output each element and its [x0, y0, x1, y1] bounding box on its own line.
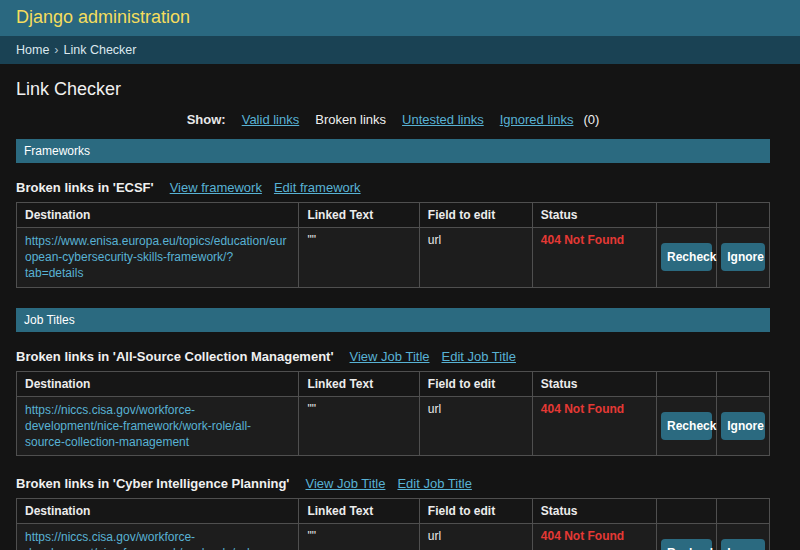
- site-title: Django administration: [16, 7, 784, 28]
- col-header-field-to-edit: Field to edit: [419, 499, 532, 524]
- col-header-destination: Destination: [17, 499, 299, 524]
- recheck-cell: Recheck: [657, 524, 717, 550]
- recheck-button[interactable]: Recheck: [661, 412, 712, 440]
- field-to-edit-cell: url: [419, 396, 532, 456]
- col-header-field-to-edit: Field to edit: [419, 203, 532, 228]
- col-header-action-1: [657, 371, 717, 396]
- status-cell: 404 Not Found: [532, 524, 656, 550]
- field-to-edit-cell: url: [419, 228, 532, 288]
- col-header-linked-text: Linked Text: [299, 499, 419, 524]
- status-badge: 404 Not Found: [541, 402, 624, 416]
- site-header: Django administration: [0, 0, 800, 36]
- ignored-links-count: (0): [583, 112, 599, 127]
- col-header-action-2: [717, 203, 770, 228]
- section-caption-frameworks: Frameworks: [16, 139, 770, 163]
- page-title: Link Checker: [16, 79, 770, 100]
- edit-job-title-link[interactable]: Edit Job Title: [442, 349, 516, 364]
- breadcrumb-current: Link Checker: [64, 43, 137, 57]
- view-job-title-link[interactable]: View Job Title: [350, 349, 430, 364]
- col-header-action-2: [717, 499, 770, 524]
- col-header-status: Status: [532, 499, 656, 524]
- status-cell: 404 Not Found: [532, 228, 656, 288]
- table-row: https://niccs.cisa.gov/workforce-develop…: [17, 396, 770, 456]
- table-header-row: Destination Linked Text Field to edit St…: [17, 499, 770, 524]
- ignore-button[interactable]: Ignore: [721, 243, 765, 271]
- linked-text-cell: "": [299, 228, 419, 288]
- links-table-all-source: Destination Linked Text Field to edit St…: [16, 371, 770, 457]
- destination-cell: https://www.enisa.europa.eu/topics/educa…: [17, 228, 299, 288]
- col-header-destination: Destination: [17, 371, 299, 396]
- linked-text-cell: "": [299, 396, 419, 456]
- destination-link[interactable]: https://niccs.cisa.gov/workforce-develop…: [25, 403, 251, 449]
- section-caption-job-titles: Job Titles: [16, 308, 770, 332]
- breadcrumb: Home›Link Checker: [0, 36, 800, 64]
- col-header-action-2: [717, 371, 770, 396]
- status-cell: 404 Not Found: [532, 396, 656, 456]
- show-label: Show:: [187, 112, 226, 127]
- recheck-cell: Recheck: [657, 228, 717, 288]
- col-header-status: Status: [532, 371, 656, 396]
- recheck-button[interactable]: Recheck: [661, 243, 712, 271]
- field-to-edit-cell: url: [419, 524, 532, 550]
- group-heading-title: Broken links in 'ECSF': [16, 180, 154, 195]
- group-heading-cyber-intel: Broken links in 'Cyber Intelligence Plan…: [16, 476, 770, 491]
- filter-untested-links[interactable]: Untested links: [402, 112, 484, 127]
- breadcrumb-home-link[interactable]: Home: [16, 43, 49, 57]
- breadcrumb-separator: ›: [54, 43, 58, 57]
- view-framework-link[interactable]: View framework: [170, 180, 262, 195]
- col-header-linked-text: Linked Text: [299, 371, 419, 396]
- filter-valid-links[interactable]: Valid links: [242, 112, 300, 127]
- col-header-status: Status: [532, 203, 656, 228]
- group-heading-title: Broken links in 'All-Source Collection M…: [16, 349, 334, 364]
- ignore-button[interactable]: Ignore: [721, 412, 765, 440]
- edit-framework-link[interactable]: Edit framework: [274, 180, 361, 195]
- destination-cell: https://niccs.cisa.gov/workforce-develop…: [17, 524, 299, 550]
- edit-job-title-link[interactable]: Edit Job Title: [397, 476, 471, 491]
- ignore-cell: Ignore: [717, 396, 770, 456]
- ignore-cell: Ignore: [717, 228, 770, 288]
- table-row: https://niccs.cisa.gov/workforce-develop…: [17, 524, 770, 550]
- show-filter-bar: Show:Valid linksBroken linksUntested lin…: [16, 112, 770, 127]
- col-header-linked-text: Linked Text: [299, 203, 419, 228]
- status-badge: 404 Not Found: [541, 233, 624, 247]
- recheck-cell: Recheck: [657, 396, 717, 456]
- filter-broken-links: Broken links: [315, 112, 386, 127]
- destination-link[interactable]: https://www.enisa.europa.eu/topics/educa…: [25, 234, 287, 280]
- filter-ignored-links[interactable]: Ignored links: [500, 112, 574, 127]
- ignore-button[interactable]: Ignore: [721, 539, 765, 550]
- col-header-field-to-edit: Field to edit: [419, 371, 532, 396]
- ignore-cell: Ignore: [717, 524, 770, 550]
- destination-link[interactable]: https://niccs.cisa.gov/workforce-develop…: [25, 530, 268, 550]
- view-job-title-link[interactable]: View Job Title: [305, 476, 385, 491]
- destination-cell: https://niccs.cisa.gov/workforce-develop…: [17, 396, 299, 456]
- recheck-button[interactable]: Recheck: [661, 539, 712, 550]
- main-content: Link Checker Show:Valid linksBroken link…: [0, 79, 800, 550]
- col-header-destination: Destination: [17, 203, 299, 228]
- links-table-ecsf: Destination Linked Text Field to edit St…: [16, 202, 770, 288]
- group-heading-title: Broken links in 'Cyber Intelligence Plan…: [16, 476, 289, 491]
- linked-text-cell: "": [299, 524, 419, 550]
- table-header-row: Destination Linked Text Field to edit St…: [17, 203, 770, 228]
- table-header-row: Destination Linked Text Field to edit St…: [17, 371, 770, 396]
- group-heading-ecsf: Broken links in 'ECSF'View frameworkEdit…: [16, 180, 770, 195]
- col-header-action-1: [657, 499, 717, 524]
- col-header-action-1: [657, 203, 717, 228]
- links-table-cyber-intel: Destination Linked Text Field to edit St…: [16, 498, 770, 550]
- status-badge: 404 Not Found: [541, 529, 624, 543]
- table-row: https://www.enisa.europa.eu/topics/educa…: [17, 228, 770, 288]
- group-heading-all-source: Broken links in 'All-Source Collection M…: [16, 349, 770, 364]
